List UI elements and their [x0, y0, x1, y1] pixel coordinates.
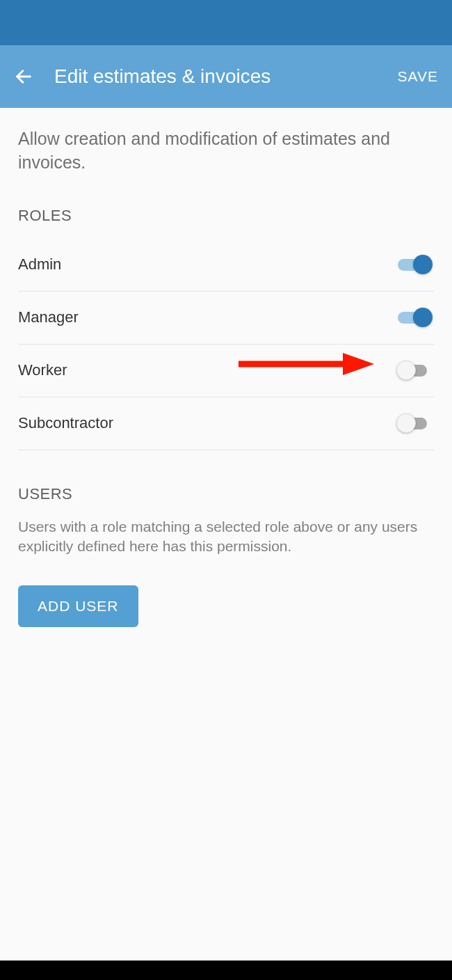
role-label: Manager [18, 308, 79, 326]
toggle-admin[interactable] [398, 254, 434, 275]
users-section: USERS Users with a role matching a selec… [18, 485, 434, 628]
permission-description: Allow creation and modification of estim… [18, 127, 434, 175]
role-row-manager[interactable]: Manager [18, 292, 434, 345]
users-header: USERS [18, 485, 434, 503]
toggle-manager[interactable] [398, 307, 434, 328]
role-label: Worker [18, 361, 67, 379]
toggle-thumb [396, 413, 416, 433]
toggle-thumb [396, 361, 416, 380]
toggle-thumb [413, 255, 433, 274]
content-area: Allow creation and modification of estim… [0, 108, 452, 647]
role-row-subcontractor[interactable]: Subcontractor [18, 397, 434, 450]
status-bar [0, 0, 452, 45]
save-button[interactable]: SAVE [398, 68, 438, 85]
role-label: Admin [18, 255, 61, 274]
back-button[interactable] [14, 67, 33, 86]
toggle-worker[interactable] [398, 360, 434, 381]
page-title: Edit estimates & invoices [54, 65, 398, 88]
users-description: Users with a role matching a selected ro… [18, 517, 434, 557]
bottom-nav-bar [0, 961, 452, 980]
role-row-worker[interactable]: Worker [18, 345, 434, 397]
toggle-subcontractor[interactable] [398, 413, 434, 434]
roles-header: ROLES [18, 207, 434, 225]
arrow-left-icon [14, 67, 33, 86]
app-bar: Edit estimates & invoices SAVE [0, 45, 452, 108]
role-row-admin[interactable]: Admin [18, 239, 434, 292]
add-user-button[interactable]: ADD USER [18, 585, 138, 627]
toggle-thumb [413, 308, 433, 327]
role-label: Subcontractor [18, 414, 113, 432]
